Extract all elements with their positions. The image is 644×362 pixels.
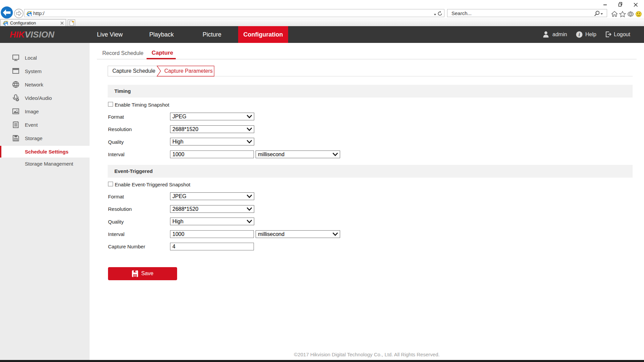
svg-text:i: i — [579, 32, 580, 37]
